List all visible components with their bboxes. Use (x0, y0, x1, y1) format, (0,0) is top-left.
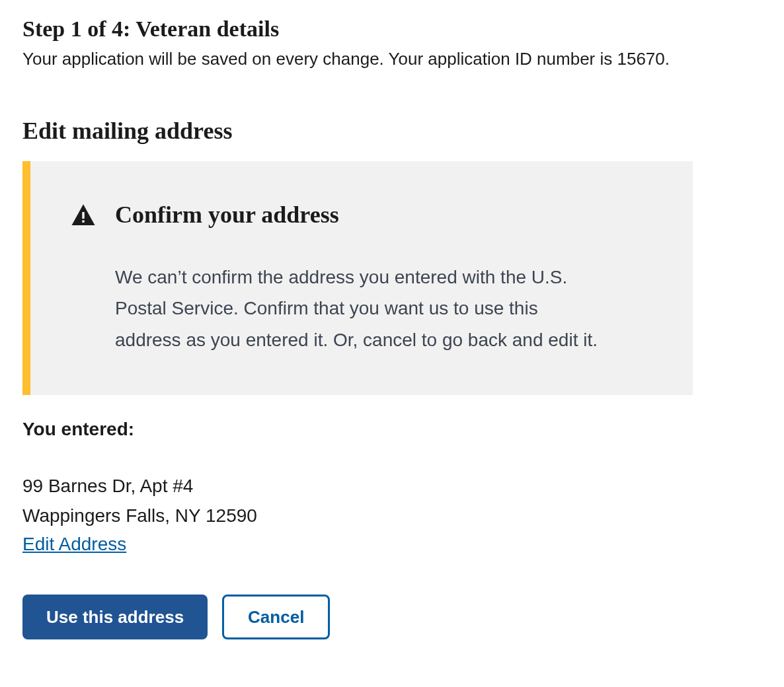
svg-rect-1 (82, 220, 84, 222)
save-note: Your application will be saved on every … (22, 47, 762, 71)
address-line-1: 99 Barnes Dr, Apt #4 (22, 472, 762, 501)
address-line-2: Wappingers Falls, NY 12590 (22, 501, 762, 531)
entered-address: 99 Barnes Dr, Apt #4 Wappingers Falls, N… (22, 472, 762, 555)
warning-icon (70, 202, 97, 229)
alert-warning: Confirm your address We can’t confirm th… (22, 161, 693, 395)
use-this-address-button[interactable]: Use this address (22, 595, 208, 639)
alert-header: Confirm your address (70, 201, 644, 229)
section-heading: Edit mailing address (22, 117, 762, 145)
cancel-button[interactable]: Cancel (222, 595, 330, 639)
alert-title: Confirm your address (115, 201, 339, 229)
step-heading: Step 1 of 4: Veteran details (22, 16, 762, 43)
edit-address-link[interactable]: Edit Address (22, 534, 126, 555)
alert-body: We can’t confirm the address you entered… (115, 262, 604, 356)
you-entered-label: You entered: (22, 419, 762, 440)
svg-rect-0 (82, 212, 84, 219)
button-row: Use this address Cancel (22, 595, 762, 639)
